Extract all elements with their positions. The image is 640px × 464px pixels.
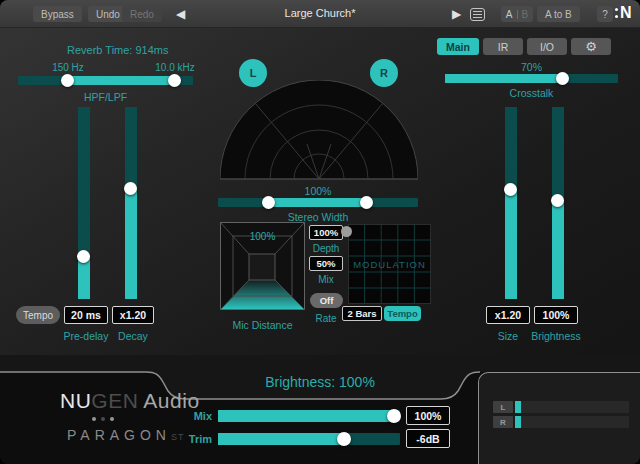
mic-distance-label: Mic Distance bbox=[200, 319, 325, 331]
decay-value-box[interactable]: x1.20 bbox=[112, 306, 154, 324]
predelay-value-box[interactable]: 20 ms bbox=[64, 306, 108, 324]
brightness-label: Brightness bbox=[526, 330, 586, 342]
mix-fill bbox=[218, 410, 394, 422]
predelay-knob[interactable] bbox=[77, 250, 90, 263]
modulation-bars-box[interactable]: 2 Bars bbox=[342, 306, 382, 321]
modulation-depth-box[interactable]: 100% bbox=[309, 225, 343, 240]
brightness-slider[interactable] bbox=[552, 107, 564, 299]
ab-b-label: B bbox=[522, 9, 529, 20]
output-meter-panel: L R bbox=[478, 372, 640, 464]
lpf-value: 10.0 kHz bbox=[149, 62, 201, 73]
predelay-slider[interactable] bbox=[78, 107, 90, 299]
crosstalk-slider[interactable] bbox=[445, 74, 618, 83]
stereo-width-slider[interactable] bbox=[218, 198, 418, 207]
trim-fill bbox=[218, 433, 344, 445]
modulation-mix-label: Mix bbox=[309, 274, 343, 285]
nugen-logo-letter: N bbox=[620, 4, 632, 22]
settings-button[interactable]: ⚙ bbox=[571, 38, 611, 55]
lpf-knob[interactable] bbox=[168, 74, 181, 87]
stereo-field-radar bbox=[220, 80, 418, 180]
tab-io[interactable]: I/O bbox=[527, 38, 567, 55]
size-slider[interactable] bbox=[505, 107, 517, 299]
brightness-value-box[interactable]: 100% bbox=[534, 306, 578, 324]
a-to-b-button[interactable]: A to B bbox=[537, 6, 580, 22]
mix-slider[interactable] bbox=[218, 410, 400, 422]
decay-knob[interactable] bbox=[124, 182, 137, 195]
nugen-n-logo: N bbox=[615, 4, 632, 22]
gear-icon: ⚙ bbox=[585, 39, 597, 54]
decay-slider[interactable] bbox=[125, 107, 137, 299]
modulation-xy-dot[interactable] bbox=[341, 226, 352, 237]
ab-compare-button[interactable]: AB bbox=[501, 6, 533, 22]
modulation-mix-box[interactable]: 50% bbox=[309, 256, 343, 271]
meter-right-level bbox=[515, 416, 521, 428]
stereo-width-right-knob[interactable] bbox=[360, 196, 373, 209]
hpf-knob[interactable] bbox=[61, 74, 74, 87]
brightness-fill bbox=[552, 201, 564, 299]
reverb-time-readout: Reverb Time: 914ms bbox=[67, 44, 168, 56]
mix-knob[interactable] bbox=[387, 409, 401, 423]
trim-label: Trim bbox=[178, 433, 212, 445]
tab-ir[interactable]: IR bbox=[483, 38, 523, 55]
size-label: Size bbox=[486, 330, 530, 342]
modulation-rate-label: Rate bbox=[309, 313, 343, 324]
modulation-tempo-button[interactable]: Tempo bbox=[384, 306, 421, 321]
meter-left-tag: L bbox=[493, 401, 513, 413]
tab-main[interactable]: Main bbox=[437, 38, 479, 55]
hpf-lpf-label: HPF/LPF bbox=[18, 91, 193, 103]
mic-distance-value: 100% bbox=[250, 231, 276, 242]
nugen-logo-dots bbox=[615, 8, 618, 18]
predelay-label: Pre-delay bbox=[58, 330, 114, 342]
crosstalk-knob[interactable] bbox=[556, 72, 569, 85]
brightness-knob[interactable] bbox=[551, 194, 564, 207]
decay-label: Decay bbox=[110, 330, 156, 342]
stereo-width-value: 100% bbox=[218, 185, 418, 197]
mic-distance-pad[interactable]: 100% bbox=[220, 222, 305, 310]
modulation-grid[interactable]: MODULATION bbox=[348, 224, 431, 304]
stereo-width-left-knob[interactable] bbox=[262, 196, 275, 209]
mix-value-box[interactable]: 100% bbox=[406, 406, 450, 425]
help-button[interactable]: ? bbox=[597, 6, 613, 22]
meter-left-level bbox=[515, 401, 521, 413]
hpf-value: 150 Hz bbox=[42, 62, 94, 73]
size-value-box[interactable]: x1.20 bbox=[486, 306, 530, 324]
modulation-title: MODULATION bbox=[353, 259, 426, 270]
next-preset-icon[interactable]: ▶ bbox=[452, 6, 461, 22]
hpf-lpf-slider[interactable] bbox=[18, 76, 193, 85]
trim-knob[interactable] bbox=[337, 432, 351, 446]
product-logo: PARAGONST bbox=[67, 427, 185, 443]
crosstalk-label: Crosstalk bbox=[445, 87, 618, 99]
meter-left-bar bbox=[515, 401, 629, 413]
brand-logo-block: NUGENAudio PARAGONST bbox=[0, 372, 180, 464]
predelay-fill bbox=[78, 257, 90, 299]
modulation-rate-button[interactable]: Off bbox=[310, 293, 343, 308]
stereo-width-fill bbox=[269, 198, 367, 207]
modulation-depth-label: Depth bbox=[309, 243, 343, 254]
parameter-readout: Brightness: 100% bbox=[160, 374, 480, 390]
crosstalk-fill bbox=[445, 74, 563, 83]
ab-a-label: A bbox=[506, 9, 513, 20]
hpf-lpf-range-fill bbox=[68, 76, 175, 85]
predelay-tempo-button[interactable]: Tempo bbox=[16, 306, 60, 324]
size-fill bbox=[505, 190, 517, 299]
crosstalk-value: 70% bbox=[445, 61, 618, 73]
ab-divider bbox=[517, 10, 518, 19]
logo-dots bbox=[92, 417, 114, 421]
decay-fill bbox=[125, 189, 137, 299]
trim-value-box[interactable]: -6dB bbox=[406, 429, 450, 448]
size-knob[interactable] bbox=[504, 183, 517, 196]
trim-slider[interactable] bbox=[218, 433, 400, 445]
top-toolbar: Bypass Undo Redo ◀ Large Church* ▶ AB A … bbox=[0, 0, 640, 28]
mix-label: Mix bbox=[178, 410, 212, 422]
preset-list-lines bbox=[473, 11, 482, 18]
meter-right-bar bbox=[515, 416, 629, 428]
preset-list-icon[interactable] bbox=[470, 8, 485, 21]
plugin-window: Bypass Undo Redo ◀ Large Church* ▶ AB A … bbox=[0, 0, 640, 464]
meter-right-tag: R bbox=[493, 416, 513, 428]
